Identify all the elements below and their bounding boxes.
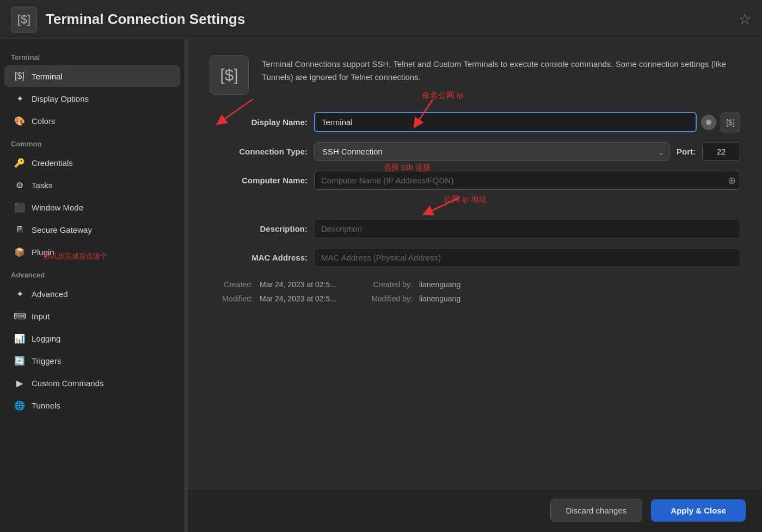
info-icon-symbol: [$] (220, 66, 238, 84)
terminal-nav-icon: [$] (13, 70, 26, 83)
sidebar-item-input-label: Input (32, 312, 50, 321)
mac-address-label: MAC Address: (210, 253, 308, 262)
custom-commands-icon: ▶ (13, 376, 26, 389)
terminal-icon-symbol: [$] (17, 13, 30, 27)
meta-created-val: Mar 24, 2023 at 02:5... (260, 280, 336, 289)
sidebar-item-plugin[interactable]: 📦 Plugin (4, 241, 180, 263)
sidebar-item-advanced-label: Advanced (32, 289, 68, 299)
input-icon: ⌨ (13, 310, 26, 323)
meta-created-row: Created: Mar 24, 2023 at 02:5... (210, 280, 336, 289)
meta-modified-key: Modified: (210, 294, 253, 303)
sidebar-section-terminal: Terminal (0, 46, 185, 65)
display-options-icon: ✦ (13, 92, 26, 105)
advanced-icon: ✦ (13, 287, 26, 300)
sidebar-item-terminal[interactable]: [$] Terminal (4, 65, 180, 87)
sidebar-item-credentials[interactable]: 🔑 Credentials (4, 152, 180, 174)
plugin-icon: 📦 (13, 245, 26, 258)
sidebar-scroll: Terminal [$] Terminal ✦ Display Options … (0, 39, 185, 532)
sidebar-section-advanced: Advanced (0, 263, 185, 282)
meta-modified-by-row: Modified by: lianenguang (369, 294, 460, 303)
sidebar-item-plugin-label: Plugin (32, 248, 54, 257)
computer-name-input-wrapper: ⊕ (314, 171, 740, 190)
main-content: Terminal [$] Terminal ✦ Display Options … (0, 39, 762, 532)
sidebar-item-window-mode-label: Window Mode (32, 203, 83, 212)
connection-type-label: Connection Type: (210, 147, 308, 156)
sidebar-item-colors[interactable]: 🎨 Colors (4, 110, 180, 132)
sidebar-item-display-options[interactable]: ✦ Display Options (4, 88, 180, 109)
computer-name-row: Computer Name: ⊕ (210, 171, 740, 190)
sidebar-item-terminal-label: Terminal (32, 72, 63, 81)
display-name-input[interactable] (314, 112, 697, 132)
meta-modified-by-val: lianenguang (419, 294, 460, 303)
sidebar-item-secure-gateway-label: Secure Gateway (32, 225, 92, 234)
meta-created-key: Created: (210, 280, 253, 289)
meta-created-by-key: Created by: (369, 280, 413, 289)
sidebar-item-tasks[interactable]: ⚙ Tasks (4, 174, 180, 196)
computer-name-label: Computer Name: (210, 176, 308, 185)
description-input[interactable] (314, 219, 740, 238)
sidebar-item-colors-label: Colors (32, 116, 55, 126)
bottom-bar: Discard changes Apply & Close (188, 488, 762, 532)
tasks-icon: ⚙ (13, 178, 26, 191)
sidebar-item-advanced[interactable]: ✦ Advanced (4, 283, 180, 305)
display-name-row: Display Name: [$] (210, 112, 740, 132)
right-content: [$] Terminal Connections support SSH, Te… (188, 39, 762, 488)
display-name-radio-btn[interactable] (701, 115, 716, 130)
info-banner-icon: [$] (210, 55, 249, 95)
connection-type-row: Connection Type: SSH Connection Telnet C… (210, 142, 740, 161)
credentials-icon: 🔑 (13, 156, 26, 169)
sidebar-item-custom-commands-label: Custom Commands (32, 379, 104, 388)
title-bar: [$] Terminal Connection Settings ☆ (0, 0, 762, 39)
info-banner: [$] Terminal Connections support SSH, Te… (210, 55, 740, 95)
sidebar-item-tunnels[interactable]: 🌐 Tunnels (4, 394, 180, 416)
sidebar-item-custom-commands[interactable]: ▶ Custom Commands (4, 372, 180, 394)
discard-changes-button[interactable]: Discard changes (550, 499, 643, 522)
info-banner-text: Terminal Connections support SSH, Telnet… (262, 55, 740, 84)
sidebar-item-tunnels-label: Tunnels (32, 401, 60, 410)
meta-col-right: Created by: lianenguang Modified by: lia… (369, 280, 460, 303)
display-name-label: Display Name: (210, 117, 308, 127)
triggers-icon: 🔄 (13, 354, 26, 367)
description-label: Description: (210, 224, 308, 233)
logging-icon: 📊 (13, 332, 26, 345)
window-mode-icon: ⬛ (13, 201, 26, 214)
computer-name-input[interactable] (314, 171, 740, 190)
meta-created-by-val: lianenguang (419, 280, 460, 289)
sidebar-item-tasks-label: Tasks (32, 181, 52, 190)
sidebar-item-window-mode[interactable]: ⬛ Window Mode (4, 196, 180, 218)
sidebar-item-triggers-label: Triggers (32, 356, 61, 366)
sidebar-item-triggers[interactable]: 🔄 Triggers (4, 350, 180, 372)
port-label: Port: (677, 147, 696, 156)
sidebar-item-credentials-label: Credentials (32, 158, 73, 168)
display-name-field-group: [$] (314, 112, 740, 132)
sidebar-item-display-options-label: Display Options (32, 94, 89, 103)
mac-address-input[interactable] (314, 248, 740, 267)
sidebar: Terminal [$] Terminal ✦ Display Options … (0, 39, 185, 532)
mac-address-row: MAC Address: (210, 248, 740, 267)
sidebar-item-logging[interactable]: 📊 Logging (4, 327, 180, 349)
sidebar-item-logging-label: Logging (32, 334, 60, 343)
connection-type-select[interactable]: SSH Connection Telnet Connection Custom … (314, 142, 670, 161)
sidebar-item-secure-gateway[interactable]: 🖥 Secure Gateway (4, 219, 180, 240)
arrow-public-ip (411, 193, 465, 220)
port-input[interactable] (702, 142, 740, 161)
meta-modified-val: Mar 24, 2023 at 02:5... (260, 294, 336, 303)
title-bar-icon: [$] (11, 7, 37, 33)
meta-created-by-row: Created by: lianenguang (369, 280, 460, 289)
sidebar-item-input[interactable]: ⌨ Input (4, 305, 180, 327)
meta-info: Created: Mar 24, 2023 at 02:5... Modifie… (210, 280, 740, 303)
meta-modified-by-key: Modified by: (369, 294, 413, 303)
display-name-icon-btn[interactable]: [$] (721, 113, 740, 132)
meta-modified-row: Modified: Mar 24, 2023 at 02:5... (210, 294, 336, 303)
tunnels-icon: 🌐 (13, 399, 26, 412)
colors-icon: 🎨 (13, 114, 26, 127)
connection-type-select-wrapper: SSH Connection Telnet Connection Custom … (314, 142, 670, 161)
computer-name-search-icon[interactable]: ⊕ (728, 175, 736, 187)
favorite-star-icon[interactable]: ☆ (739, 11, 751, 28)
description-row: Description: (210, 219, 740, 238)
page-title: Terminal Connection Settings (46, 11, 739, 28)
secure-gateway-icon: 🖥 (13, 223, 26, 236)
annotation-public-ip: 公网 ip 地址 (444, 194, 487, 205)
right-panel: [$] Terminal Connections support SSH, Te… (188, 39, 762, 532)
apply-close-button[interactable]: Apply & Close (651, 499, 746, 522)
